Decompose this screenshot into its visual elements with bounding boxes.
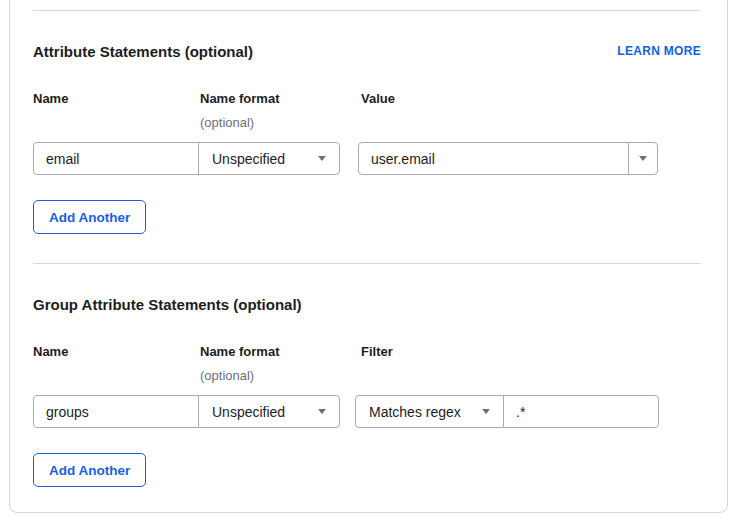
group-name-format-selected-value: Unspecified bbox=[212, 404, 285, 420]
filter-value-input[interactable] bbox=[503, 395, 659, 428]
column-label-name-format: Name format bbox=[200, 91, 361, 107]
learn-more-link[interactable]: LEARN MORE bbox=[617, 44, 701, 58]
filter-operator-select[interactable]: Matches regex bbox=[355, 395, 504, 428]
name-format-selected-value: Unspecified bbox=[212, 151, 285, 167]
chevron-down-icon bbox=[639, 156, 647, 161]
group-attribute-statements-section: Group Attribute Statements (optional) Na… bbox=[33, 295, 701, 487]
column-label-name-format: Name format bbox=[200, 344, 361, 360]
attribute-name-input[interactable] bbox=[33, 142, 199, 175]
column-label-value: Value bbox=[361, 91, 395, 107]
attribute-value-input[interactable] bbox=[358, 142, 629, 175]
column-label-name: Name bbox=[33, 91, 200, 107]
optional-note: (optional) bbox=[200, 368, 361, 384]
attribute-statements-section: Attribute Statements (optional) LEARN MO… bbox=[33, 42, 701, 234]
chevron-down-icon bbox=[482, 409, 490, 414]
column-label-filter: Filter bbox=[361, 344, 393, 360]
add-another-button[interactable]: Add Another bbox=[33, 200, 146, 234]
settings-card: Attribute Statements (optional) LEARN MO… bbox=[9, 0, 728, 513]
group-attribute-row: Unspecified Matches regex bbox=[33, 395, 701, 428]
saml-settings-page: Attribute Statements (optional) LEARN MO… bbox=[0, 0, 737, 530]
attribute-row: Unspecified bbox=[33, 142, 701, 175]
section-divider bbox=[33, 263, 701, 264]
section-title: Group Attribute Statements (optional) bbox=[33, 295, 302, 314]
value-dropdown-button[interactable] bbox=[628, 142, 658, 175]
section-divider bbox=[33, 10, 701, 11]
group-name-format-select[interactable]: Unspecified bbox=[198, 395, 340, 428]
column-label-name: Name bbox=[33, 344, 200, 360]
chevron-down-icon bbox=[318, 409, 326, 414]
filter-operator-selected-value: Matches regex bbox=[369, 404, 461, 420]
chevron-down-icon bbox=[318, 156, 326, 161]
add-another-button[interactable]: Add Another bbox=[33, 453, 146, 487]
section-title: Attribute Statements (optional) bbox=[33, 42, 253, 61]
group-attribute-name-input[interactable] bbox=[33, 395, 199, 428]
name-format-select[interactable]: Unspecified bbox=[198, 142, 340, 175]
optional-note: (optional) bbox=[200, 115, 361, 131]
